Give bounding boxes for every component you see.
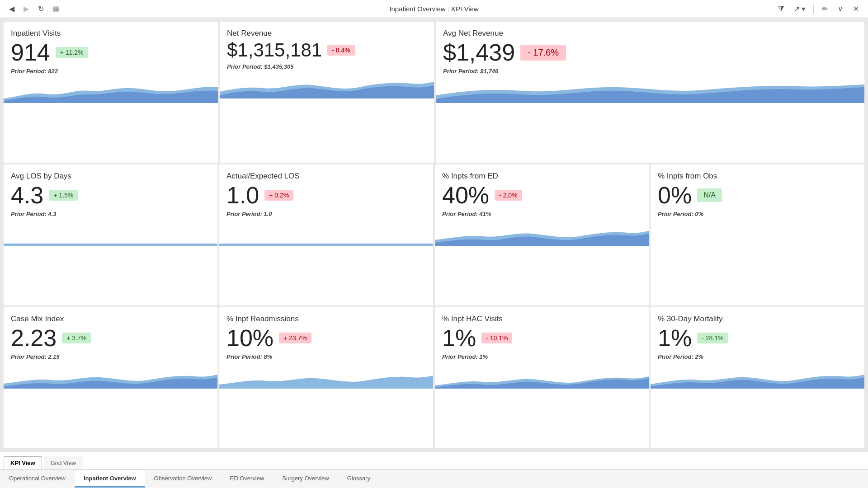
kpi-pct-mortality: % 30-Day Mortality 1% - 28.1% Prior Peri… bbox=[651, 307, 864, 448]
edit-button[interactable]: ✏ bbox=[820, 4, 830, 14]
tab-kpi-view[interactable]: KPI View bbox=[4, 456, 42, 469]
nav-tab-inpatient-overview[interactable]: Inpatient Overview bbox=[75, 470, 145, 488]
toolbar-left: ◀ ▶ ↻ ▦ bbox=[7, 4, 61, 14]
kpi-inpatient-visits-value: 914 bbox=[11, 41, 50, 64]
kpi-avg-los-value: 4.3 bbox=[11, 183, 43, 207]
nav-tab-surgery-overview[interactable]: Surgery Overview bbox=[273, 470, 338, 488]
nav-tab-operational-overview[interactable]: Operational Overview bbox=[0, 470, 75, 488]
filter-button[interactable]: ⧩ bbox=[776, 4, 786, 14]
kpi-pct-inpts-ed-wave bbox=[435, 221, 649, 246]
kpi-avg-los: Avg LOS by Days 4.3 + 1.5% Prior Period:… bbox=[4, 164, 217, 305]
top-bar: ◀ ▶ ↻ ▦ Inpatient Overview : KPI View ⧩ … bbox=[0, 0, 868, 18]
nav-tabs: Operational Overview Inpatient Overview … bbox=[0, 469, 868, 488]
share-button[interactable]: ↗ ▾ bbox=[792, 4, 807, 14]
kpi-inpatient-visits-prior: Prior Period: 822 bbox=[11, 68, 211, 75]
kpi-net-revenue-value: $1,315,181 bbox=[227, 41, 322, 60]
refresh-button[interactable]: ↻ bbox=[36, 4, 46, 14]
kpi-net-revenue-value-row: $1,315,181 - 8.4% bbox=[227, 41, 427, 60]
view-tabs: KPI View Grid View bbox=[0, 452, 868, 469]
kpi-pct-mortality-title: % 30-Day Mortality bbox=[658, 314, 857, 324]
kpi-pct-inpts-ed-value-row: 40% - 2.0% bbox=[442, 183, 642, 207]
kpi-pct-readmissions-prior: Prior Period: 8% bbox=[226, 353, 426, 360]
kpi-pct-inpts-obs-prior: Prior Period: 0% bbox=[658, 211, 857, 217]
kpi-pct-inpts-ed-prior: Prior Period: 41% bbox=[442, 211, 642, 217]
kpi-actual-expected-los-title: Actual/Expected LOS bbox=[226, 172, 426, 181]
kpi-net-revenue-wave bbox=[220, 74, 434, 99]
kpi-case-mix-index: Case Mix Index 2.23 + 3.7% Prior Period:… bbox=[4, 307, 217, 448]
grid-view-button[interactable]: ▦ bbox=[51, 4, 61, 14]
kpi-actual-expected-los-value-row: 1.0 + 0.2% bbox=[226, 183, 426, 207]
tab-grid-view[interactable]: Grid View bbox=[44, 456, 83, 469]
kpi-pct-readmissions-value: 10% bbox=[226, 326, 274, 350]
kpi-row-3: Case Mix Index 2.23 + 3.7% Prior Period:… bbox=[4, 307, 864, 448]
toolbar-divider bbox=[813, 5, 814, 14]
kpi-inpatient-visits-title: Inpatient Visits bbox=[11, 29, 211, 38]
back-button[interactable]: ◀ bbox=[7, 4, 16, 14]
kpi-pct-hac-title: % Inpt HAC Visits bbox=[442, 314, 642, 324]
kpi-avg-net-revenue: Avg Net Revenue $1,439 - 17.6% Prior Per… bbox=[436, 22, 864, 163]
kpi-avg-los-prior: Prior Period: 4.3 bbox=[11, 211, 210, 217]
kpi-pct-hac-value-row: 1% - 10.1% bbox=[442, 326, 642, 350]
nav-tab-ed-overview[interactable]: ED Overview bbox=[221, 470, 273, 488]
chevron-down-button[interactable]: ∨ bbox=[836, 4, 845, 14]
kpi-pct-inpts-obs-value-row: 0% N/A bbox=[658, 183, 857, 207]
kpi-pct-inpts-obs-title: % Inpts from Obs bbox=[658, 172, 857, 181]
kpi-pct-hac-value: 1% bbox=[442, 326, 476, 350]
kpi-avg-net-revenue-wave bbox=[436, 78, 864, 103]
forward-button[interactable]: ▶ bbox=[22, 4, 31, 14]
kpi-actual-expected-los-prior: Prior Period: 1.0 bbox=[226, 211, 426, 217]
kpi-row-2: Avg LOS by Days 4.3 + 1.5% Prior Period:… bbox=[4, 164, 864, 305]
kpi-pct-readmissions-wave bbox=[219, 364, 433, 389]
kpi-net-revenue-badge: - 8.4% bbox=[327, 45, 354, 56]
kpi-actual-expected-los-value: 1.0 bbox=[226, 183, 259, 207]
kpi-inpatient-visits-wave bbox=[4, 78, 218, 103]
kpi-pct-hac-wave bbox=[435, 364, 649, 389]
kpi-pct-hac-prior: Prior Period: 1% bbox=[442, 353, 642, 360]
toolbar-right: ⧩ ↗ ▾ ✏ ∨ ✕ bbox=[776, 4, 861, 14]
kpi-pct-readmissions-badge: + 23.7% bbox=[279, 333, 311, 343]
kpi-avg-los-badge: + 1.5% bbox=[49, 190, 78, 201]
kpi-avg-net-revenue-value-row: $1,439 - 17.6% bbox=[443, 41, 857, 64]
kpi-pct-inpts-obs: % Inpts from Obs 0% N/A Prior Period: 0% bbox=[651, 164, 864, 305]
kpi-actual-expected-los-badge: + 0.2% bbox=[264, 190, 293, 201]
close-button[interactable]: ✕ bbox=[851, 4, 861, 14]
kpi-case-mix-index-prior: Prior Period: 2.15 bbox=[11, 353, 210, 360]
kpi-pct-mortality-prior: Prior Period: 2% bbox=[658, 353, 857, 360]
kpi-case-mix-index-wave bbox=[4, 364, 217, 389]
kpi-pct-inpts-ed: % Inpts from ED 40% - 2.0% Prior Period:… bbox=[435, 164, 649, 305]
kpi-pct-hac-badge: - 10.1% bbox=[481, 333, 512, 343]
kpi-avg-net-revenue-title: Avg Net Revenue bbox=[443, 29, 857, 38]
page-title: Inpatient Overview : KPI View bbox=[389, 5, 478, 13]
kpi-avg-net-revenue-value: $1,439 bbox=[443, 41, 515, 64]
kpi-case-mix-index-title: Case Mix Index bbox=[11, 314, 210, 324]
kpi-avg-net-revenue-prior: Prior Period: $1,746 bbox=[443, 68, 857, 75]
kpi-pct-mortality-value: 1% bbox=[658, 326, 692, 350]
kpi-net-revenue-title: Net Revenue bbox=[227, 29, 427, 38]
kpi-inpatient-visits-value-row: 914 + 11.2% bbox=[11, 41, 211, 64]
kpi-net-revenue: Net Revenue $1,315,181 - 8.4% Prior Peri… bbox=[220, 22, 434, 163]
kpi-pct-inpts-obs-badge: N/A bbox=[697, 188, 722, 202]
kpi-pct-mortality-badge: - 28.1% bbox=[697, 333, 728, 343]
kpi-avg-net-revenue-badge: - 17.6% bbox=[520, 45, 566, 61]
kpi-inpatient-visits: Inpatient Visits 914 + 11.2% Prior Perio… bbox=[4, 22, 218, 163]
kpi-case-mix-index-value-row: 2.23 + 3.7% bbox=[11, 326, 210, 350]
kpi-pct-inpts-ed-title: % Inpts from ED bbox=[442, 172, 642, 181]
kpi-pct-inpts-ed-badge: - 2.0% bbox=[495, 190, 522, 201]
kpi-pct-readmissions: % Inpt Readmissions 10% + 23.7% Prior Pe… bbox=[219, 307, 433, 448]
kpi-pct-hac: % Inpt HAC Visits 1% - 10.1% Prior Perio… bbox=[435, 307, 649, 448]
kpi-pct-mortality-value-row: 1% - 28.1% bbox=[658, 326, 857, 350]
kpi-pct-readmissions-title: % Inpt Readmissions bbox=[226, 314, 426, 324]
nav-tab-glossary[interactable]: Glossary bbox=[338, 470, 379, 488]
kpi-actual-expected-los-wave bbox=[219, 221, 433, 246]
kpi-case-mix-index-badge: + 3.7% bbox=[62, 333, 91, 343]
kpi-avg-los-value-row: 4.3 + 1.5% bbox=[11, 183, 210, 207]
kpi-actual-expected-los: Actual/Expected LOS 1.0 + 0.2% Prior Per… bbox=[219, 164, 433, 305]
kpi-pct-readmissions-value-row: 10% + 23.7% bbox=[226, 326, 426, 350]
main-content: Inpatient Visits 914 + 11.2% Prior Perio… bbox=[0, 18, 868, 452]
kpi-pct-inpts-obs-value: 0% bbox=[658, 183, 692, 207]
nav-tab-observation-overview[interactable]: Observation Overview bbox=[145, 470, 221, 488]
kpi-case-mix-index-value: 2.23 bbox=[11, 326, 57, 350]
kpi-net-revenue-prior: Prior Period: $1,435,305 bbox=[227, 63, 427, 70]
kpi-pct-mortality-wave bbox=[651, 364, 864, 389]
kpi-pct-inpts-ed-value: 40% bbox=[442, 183, 489, 207]
